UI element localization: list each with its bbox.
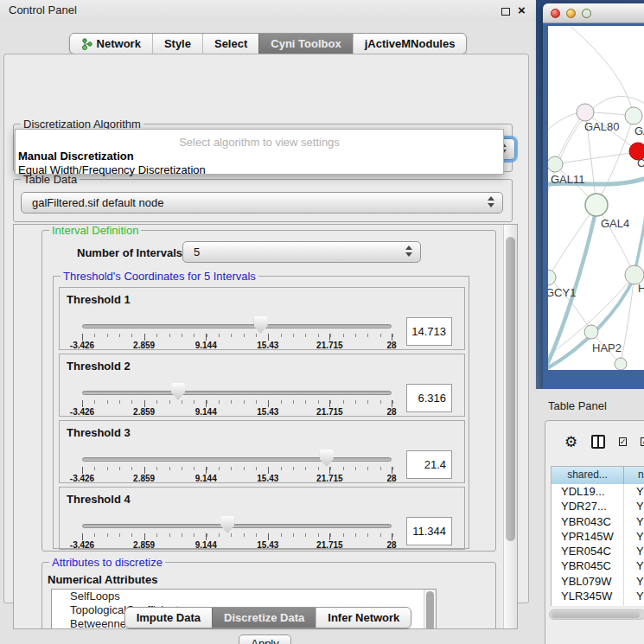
control-panel-titlebar: Control Panel × <box>0 0 536 21</box>
node-gal80[interactable] <box>577 104 594 121</box>
window-zoom-icon[interactable] <box>582 9 591 18</box>
slider-thumb[interactable] <box>254 316 268 334</box>
slider-ticks <box>82 334 393 341</box>
scrollbar-thumb[interactable] <box>552 611 640 618</box>
tab-label: Cyni Toolbox <box>271 34 341 54</box>
slider-thumb[interactable] <box>171 383 185 400</box>
table-row[interactable]: YBR043CYBR0 <box>552 514 644 529</box>
node-label-gal11: GAL11 <box>551 173 585 186</box>
group-title: Threshold's Coordinates for 5 Intervals <box>61 270 258 283</box>
dropdown-item-manual-discretization[interactable]: Manual Discretization <box>18 150 134 163</box>
table-panel-title: Table Panel <box>548 399 607 412</box>
network-canvas[interactable]: GAL80 GA C GAL11 GAL4 GCY1 H HAP2 <box>548 26 644 370</box>
node-table[interactable]: shared... n YDL19...YDL1 YDR27...YDR2 YB… <box>551 466 644 606</box>
column-header-name[interactable]: n <box>624 467 644 484</box>
slider-thumb[interactable] <box>220 516 234 533</box>
table-row[interactable]: YIL052CYIL0 <box>552 603 644 606</box>
network-window-titlebar[interactable] <box>543 3 644 23</box>
tab-jactivemnodules[interactable]: jActiveMNodules <box>353 34 467 54</box>
threshold-3-box: Threshold 3 -3.4262.8599.14415.4321.7152… <box>59 420 465 483</box>
tab-label: Network <box>97 34 141 54</box>
tab-cyni-toolbox[interactable]: Cyni Toolbox <box>258 34 352 54</box>
interval-definition-group: Interval Definition Number of Intervals … <box>41 230 496 552</box>
checkbox-icon[interactable]: ✓ <box>641 437 644 446</box>
threshold-label: Threshold 3 <box>67 426 131 439</box>
close-icon[interactable]: × <box>518 3 526 17</box>
node-hap2[interactable] <box>584 325 598 339</box>
slider-track[interactable] <box>82 524 392 528</box>
tab-network[interactable]: Network <box>70 34 152 54</box>
tick-labels: -3.4262.8599.14415.4321.71528 <box>82 540 393 551</box>
tab-select[interactable]: Select <box>202 34 258 54</box>
dropdown-item-equal-width-frequency[interactable]: Equal Width/Frequency Discretization <box>18 163 206 176</box>
checkbox-icon[interactable]: ✓ <box>619 437 628 446</box>
node-gal11[interactable] <box>548 156 563 172</box>
list-item[interactable]: SelfLoops <box>52 590 436 603</box>
numerical-attributes-label: Numerical Attributes <box>48 573 157 586</box>
scrollbar-thumb[interactable] <box>506 237 515 541</box>
tab-label: jActiveMNodules <box>365 34 456 54</box>
tick-labels: -3.4262.8599.14415.4321.71528 <box>82 407 393 418</box>
table-row[interactable]: YER054CYER0 <box>552 544 644 558</box>
panel-title: Control Panel <box>9 3 77 16</box>
column-header-shared-name[interactable]: shared... <box>552 467 624 484</box>
slider-ticks <box>82 467 393 474</box>
algorithm-dropdown-popup: Select algorithm to view settings Manual… <box>15 129 504 175</box>
node-gcy1[interactable] <box>548 270 556 285</box>
network-graph: GAL80 GA C GAL11 GAL4 GCY1 H HAP2 <box>548 26 644 370</box>
number-of-intervals-combobox[interactable]: 5 <box>182 241 421 263</box>
table-panel: Table Panel ⚙ ✓ ✓ shared... n YDL19...YD… <box>536 389 644 644</box>
threshold-value-field[interactable]: 6.316 <box>406 384 452 412</box>
table-row[interactable]: YDL19...YDL1 <box>552 484 644 499</box>
tab-impute-data[interactable]: Impute Data <box>125 608 212 628</box>
window-minimize-icon[interactable] <box>566 9 576 18</box>
tab-discretize-data[interactable]: Discretize Data <box>212 608 316 628</box>
tab-label: Impute Data <box>137 608 201 628</box>
float-window-icon[interactable] <box>501 8 510 16</box>
node-gal4[interactable] <box>585 194 608 216</box>
apply-button[interactable]: Apply <box>239 634 291 644</box>
table-horizontal-scrollbar[interactable] <box>549 609 644 620</box>
tab-label: Infer Network <box>328 608 399 628</box>
node-label-gcy1: GCY1 <box>548 286 576 299</box>
threshold-1-box: Threshold 1 -3.4262.8599.14415.4321.7152… <box>59 287 465 350</box>
threshold-2-box: Threshold 2 -3.4262.8599.14415.4321.7152… <box>59 354 465 417</box>
tick-labels: -3.4262.8599.14415.4321.71528 <box>82 341 393 351</box>
slider-track[interactable] <box>82 391 392 395</box>
control-panel: Control Panel × Network Style <box>0 0 536 644</box>
tab-style[interactable]: Style <box>152 34 202 54</box>
table-row[interactable]: YLR345WYLR3 <box>552 589 644 603</box>
group-title: Interval Definition <box>49 224 141 237</box>
group-title: Attributes to discretize <box>49 556 165 569</box>
table-row[interactable]: YBL079WYBL0 <box>552 574 644 589</box>
node-label-partial: GA <box>634 124 644 137</box>
node-bottom[interactable] <box>615 358 627 370</box>
combo-arrows-icon <box>488 196 494 207</box>
table-row[interactable]: YBR045CYBR0 <box>552 558 644 573</box>
threshold-value-field[interactable]: 14.713 <box>406 317 452 346</box>
table-row[interactable]: YDR27...YDR2 <box>552 499 644 513</box>
gear-icon[interactable]: ⚙ <box>564 435 577 450</box>
split-view-icon[interactable] <box>591 435 604 449</box>
node-label-gal80: GAL80 <box>584 120 619 133</box>
threshold-value-field[interactable]: 11.344 <box>406 517 452 545</box>
node-label-partial-h: H <box>638 282 644 295</box>
combo-value: 5 <box>194 245 200 258</box>
slider-track[interactable] <box>82 324 392 328</box>
table-row[interactable]: YPR145WYPR1 <box>552 529 644 544</box>
tab-infer-network[interactable]: Infer Network <box>316 608 411 628</box>
threshold-label: Threshold 2 <box>67 360 131 373</box>
table-data-combobox[interactable]: galFiltered.sif default node <box>21 192 503 214</box>
slider-thumb[interactable] <box>320 450 334 467</box>
node-partial-top-right[interactable] <box>625 107 642 124</box>
threshold-value-field[interactable]: 21.4 <box>406 450 452 479</box>
application-window: Control Panel × Network Style <box>0 0 644 644</box>
number-of-intervals-label: Number of Intervals <box>77 246 182 259</box>
window-close-icon[interactable] <box>551 9 560 18</box>
thresholds-group: Threshold's Coordinates for 5 Intervals … <box>53 276 469 549</box>
threshold-4-box: Threshold 4 -3.4262.8599.14415.4321.7152… <box>59 487 465 550</box>
slider-track[interactable] <box>82 457 392 462</box>
settings-scrollbar[interactable] <box>503 225 517 628</box>
node-label-partial-c: C <box>637 156 644 169</box>
cyni-toolbox-content: Discretization Algorithm Select algorith… <box>3 54 529 603</box>
